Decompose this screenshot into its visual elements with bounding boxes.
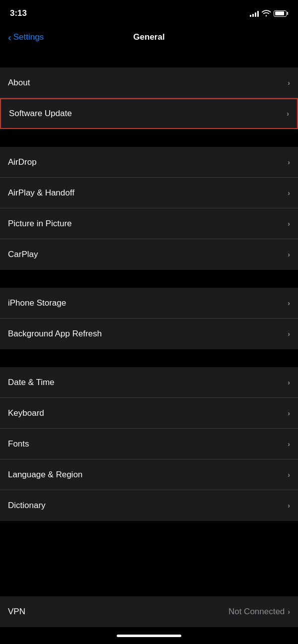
back-button[interactable]: ‹ Settings [8,32,44,43]
menu-item-iphone-storage[interactable]: iPhone Storage › [0,288,298,319]
page-title: General [133,32,164,42]
iphone-storage-chevron-icon: › [288,299,290,307]
airdrop-chevron-icon: › [288,158,290,166]
picture-in-picture-label: Picture in Picture [8,219,72,229]
wifi-icon [262,9,271,18]
menu-item-date-time[interactable]: Date & Time › [0,367,298,398]
software-update-label: Software Update [9,109,72,119]
status-time: 3:13 [10,8,27,18]
section-1: About › Software Update › [0,67,298,129]
date-time-label: Date & Time [8,378,55,387]
section-3: iPhone Storage › Background App Refresh … [0,288,298,349]
about-chevron-icon: › [288,79,290,87]
section-2: AirDrop › AirPlay & Handoff › Picture in… [0,147,298,270]
home-bar [117,635,181,637]
section-gap-1 [0,50,298,67]
iphone-storage-label: iPhone Storage [8,298,66,308]
menu-item-about[interactable]: About › [0,67,298,98]
dictionary-label: Dictionary [8,501,46,511]
section-gap-2 [0,129,298,147]
airplay-handoff-label: AirPlay & Handoff [8,188,74,198]
fonts-label: Fonts [8,439,29,449]
menu-item-picture-in-picture[interactable]: Picture in Picture › [0,208,298,239]
home-indicator [0,627,298,644]
picture-in-picture-chevron-icon: › [288,220,290,228]
background-app-refresh-label: Background App Refresh [8,329,102,339]
nav-bar: ‹ Settings General [0,25,298,50]
battery-icon [274,10,288,17]
dictionary-chevron-icon: › [288,502,290,510]
carplay-label: CarPlay [8,250,38,259]
about-label: About [8,78,30,88]
carplay-chevron-icon: › [288,251,290,258]
menu-item-background-app-refresh[interactable]: Background App Refresh › [0,319,298,349]
back-label: Settings [13,32,44,42]
menu-item-fonts[interactable]: Fonts › [0,429,298,459]
menu-item-vpn[interactable]: VPN Not Connected › [0,596,298,627]
signal-icon [250,10,259,17]
keyboard-label: Keyboard [8,408,44,418]
airdrop-label: AirDrop [8,157,37,167]
menu-item-carplay[interactable]: CarPlay › [0,239,298,270]
menu-item-airdrop[interactable]: AirDrop › [0,147,298,178]
fonts-chevron-icon: › [288,440,290,448]
menu-item-dictionary[interactable]: Dictionary › [0,490,298,521]
status-icons [250,9,288,18]
status-bar: 3:13 [0,0,298,25]
language-region-chevron-icon: › [288,471,290,479]
section-gap-5 [0,521,298,539]
date-time-chevron-icon: › [288,379,290,386]
software-update-chevron-icon: › [287,110,289,118]
vpn-label: VPN [8,607,25,617]
background-app-refresh-chevron-icon: › [288,330,290,338]
back-chevron-icon: ‹ [8,32,11,43]
language-region-label: Language & Region [8,470,82,480]
menu-item-airplay-handoff[interactable]: AirPlay & Handoff › [0,178,298,208]
section-gap-4 [0,349,298,367]
vpn-chevron-icon: › [288,608,290,616]
section-4: Date & Time › Keyboard › Fonts › Languag… [0,367,298,521]
keyboard-chevron-icon: › [288,409,290,417]
menu-item-keyboard[interactable]: Keyboard › [0,398,298,429]
menu-item-language-region[interactable]: Language & Region › [0,459,298,490]
vpn-value: Not Connected [228,607,285,617]
menu-item-software-update[interactable]: Software Update › [0,98,298,129]
bottom-section: VPN Not Connected › [0,596,298,644]
section-gap-3 [0,270,298,288]
airplay-handoff-chevron-icon: › [288,189,290,197]
